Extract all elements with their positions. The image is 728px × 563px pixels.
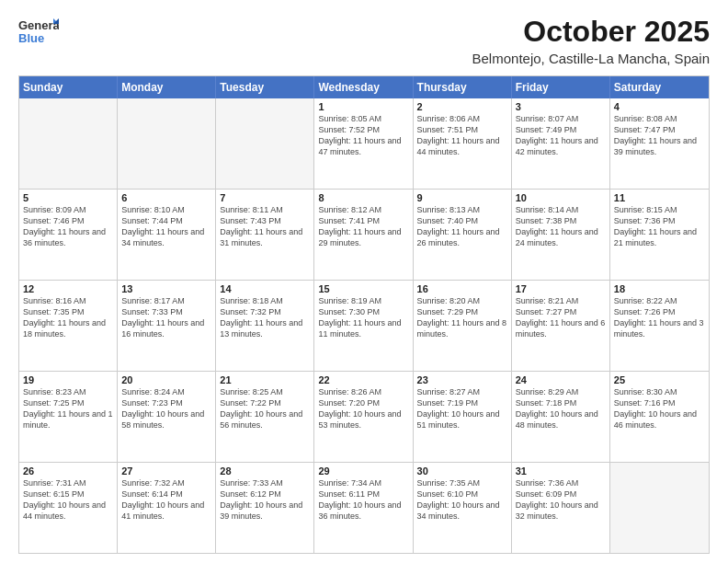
- day-cell: 17Sunrise: 8:21 AM Sunset: 7:27 PM Dayli…: [512, 281, 610, 371]
- day-number: 2: [417, 101, 507, 112]
- day-number: 20: [121, 374, 211, 385]
- day-cell: 26Sunrise: 7:31 AM Sunset: 6:15 PM Dayli…: [19, 463, 118, 553]
- header-tuesday: Tuesday: [216, 76, 314, 98]
- subtitle: Belmontejo, Castille-La Mancha, Spain: [472, 51, 710, 66]
- day-cell: [118, 98, 216, 189]
- day-info: Sunrise: 8:12 AM Sunset: 7:41 PM Dayligh…: [318, 204, 408, 249]
- title-area: October 2025 Belmontejo, Castille-La Man…: [472, 15, 710, 66]
- day-cell: 4Sunrise: 8:08 AM Sunset: 7:47 PM Daylig…: [610, 98, 709, 189]
- day-cell: 28Sunrise: 7:33 AM Sunset: 6:12 PM Dayli…: [216, 463, 314, 553]
- day-info: Sunrise: 7:34 AM Sunset: 6:11 PM Dayligh…: [318, 477, 408, 523]
- day-cell: 9Sunrise: 8:13 AM Sunset: 7:40 PM Daylig…: [414, 190, 512, 280]
- day-number: 5: [23, 192, 113, 203]
- header-monday: Monday: [118, 76, 216, 98]
- day-number: 23: [417, 374, 507, 385]
- day-number: 6: [121, 192, 211, 203]
- day-info: Sunrise: 7:35 AM Sunset: 6:10 PM Dayligh…: [417, 477, 507, 523]
- day-number: 26: [23, 465, 113, 477]
- day-info: Sunrise: 8:08 AM Sunset: 7:47 PM Dayligh…: [614, 113, 705, 158]
- day-info: Sunrise: 8:25 AM Sunset: 7:22 PM Dayligh…: [220, 386, 310, 431]
- day-number: 9: [417, 192, 507, 203]
- day-number: 4: [614, 101, 705, 112]
- day-number: 1: [318, 101, 408, 112]
- day-info: Sunrise: 7:36 AM Sunset: 6:09 PM Dayligh…: [516, 477, 606, 523]
- calendar: Sunday Monday Tuesday Wednesday Thursday…: [18, 75, 710, 554]
- day-number: 29: [318, 465, 408, 477]
- day-cell: 6Sunrise: 8:10 AM Sunset: 7:44 PM Daylig…: [118, 190, 216, 280]
- page: General Blue October 2025 Belmontejo, Ca…: [0, 0, 728, 563]
- day-info: Sunrise: 8:17 AM Sunset: 7:33 PM Dayligh…: [121, 295, 211, 340]
- day-number: 16: [417, 283, 507, 294]
- day-number: 19: [23, 374, 113, 385]
- day-number: 17: [516, 283, 606, 294]
- day-cell: 7Sunrise: 8:11 AM Sunset: 7:43 PM Daylig…: [216, 190, 314, 280]
- day-info: Sunrise: 8:13 AM Sunset: 7:40 PM Dayligh…: [417, 204, 507, 249]
- day-info: Sunrise: 7:32 AM Sunset: 6:14 PM Dayligh…: [121, 477, 211, 523]
- day-info: Sunrise: 8:14 AM Sunset: 7:38 PM Dayligh…: [516, 204, 606, 249]
- day-number: 28: [220, 465, 310, 477]
- day-cell: 27Sunrise: 7:32 AM Sunset: 6:14 PM Dayli…: [118, 463, 216, 553]
- day-number: 13: [121, 283, 211, 294]
- day-cell: 5Sunrise: 8:09 AM Sunset: 7:46 PM Daylig…: [19, 190, 118, 280]
- day-info: Sunrise: 8:18 AM Sunset: 7:32 PM Dayligh…: [220, 295, 310, 340]
- day-info: Sunrise: 8:05 AM Sunset: 7:52 PM Dayligh…: [318, 113, 408, 158]
- day-cell: 8Sunrise: 8:12 AM Sunset: 7:41 PM Daylig…: [314, 190, 413, 280]
- day-info: Sunrise: 8:24 AM Sunset: 7:23 PM Dayligh…: [121, 386, 211, 431]
- day-cell: 10Sunrise: 8:14 AM Sunset: 7:38 PM Dayli…: [512, 190, 610, 280]
- day-number: 21: [220, 374, 310, 385]
- day-cell: 31Sunrise: 7:36 AM Sunset: 6:09 PM Dayli…: [512, 463, 610, 553]
- header-saturday: Saturday: [610, 76, 709, 98]
- day-cell: 18Sunrise: 8:22 AM Sunset: 7:26 PM Dayli…: [610, 281, 709, 371]
- day-cell: 14Sunrise: 8:18 AM Sunset: 7:32 PM Dayli…: [216, 281, 314, 371]
- header-wednesday: Wednesday: [314, 76, 413, 98]
- day-cell: [216, 98, 314, 189]
- day-cell: 23Sunrise: 8:27 AM Sunset: 7:19 PM Dayli…: [414, 372, 512, 462]
- day-number: 24: [516, 374, 606, 385]
- day-cell: 1Sunrise: 8:05 AM Sunset: 7:52 PM Daylig…: [314, 98, 413, 189]
- day-cell: 16Sunrise: 8:20 AM Sunset: 7:29 PM Dayli…: [414, 281, 512, 371]
- day-number: 22: [318, 374, 408, 385]
- day-cell: 12Sunrise: 8:16 AM Sunset: 7:35 PM Dayli…: [19, 281, 118, 371]
- day-cell: 3Sunrise: 8:07 AM Sunset: 7:49 PM Daylig…: [512, 98, 610, 189]
- svg-text:General: General: [18, 18, 59, 32]
- day-cell: 13Sunrise: 8:17 AM Sunset: 7:33 PM Dayli…: [118, 281, 216, 371]
- day-cell: 24Sunrise: 8:29 AM Sunset: 7:18 PM Dayli…: [512, 372, 610, 462]
- week-row: 12Sunrise: 8:16 AM Sunset: 7:35 PM Dayli…: [19, 280, 709, 371]
- day-info: Sunrise: 8:29 AM Sunset: 7:18 PM Dayligh…: [516, 386, 606, 431]
- day-info: Sunrise: 8:22 AM Sunset: 7:26 PM Dayligh…: [614, 295, 705, 340]
- day-info: Sunrise: 8:19 AM Sunset: 7:30 PM Dayligh…: [318, 295, 408, 340]
- day-info: Sunrise: 7:31 AM Sunset: 6:15 PM Dayligh…: [23, 477, 113, 523]
- day-info: Sunrise: 8:16 AM Sunset: 7:35 PM Dayligh…: [23, 295, 113, 340]
- day-number: 31: [516, 465, 606, 477]
- day-number: 15: [318, 283, 408, 294]
- day-number: 30: [417, 465, 507, 477]
- day-info: Sunrise: 8:30 AM Sunset: 7:16 PM Dayligh…: [614, 386, 705, 431]
- day-number: 7: [220, 192, 310, 203]
- week-row: 1Sunrise: 8:05 AM Sunset: 7:52 PM Daylig…: [19, 98, 709, 189]
- day-cell: 20Sunrise: 8:24 AM Sunset: 7:23 PM Dayli…: [118, 372, 216, 462]
- day-cell: 15Sunrise: 8:19 AM Sunset: 7:30 PM Dayli…: [314, 281, 413, 371]
- day-info: Sunrise: 7:33 AM Sunset: 6:12 PM Dayligh…: [220, 477, 310, 523]
- header-thursday: Thursday: [414, 76, 512, 98]
- header: General Blue October 2025 Belmontejo, Ca…: [18, 15, 710, 66]
- day-cell: 29Sunrise: 7:34 AM Sunset: 6:11 PM Dayli…: [314, 463, 413, 553]
- day-info: Sunrise: 8:15 AM Sunset: 7:36 PM Dayligh…: [614, 204, 705, 249]
- day-info: Sunrise: 8:06 AM Sunset: 7:51 PM Dayligh…: [417, 113, 507, 158]
- svg-text:Blue: Blue: [18, 31, 44, 45]
- header-sunday: Sunday: [19, 76, 118, 98]
- day-number: 25: [614, 374, 705, 385]
- day-number: 18: [614, 283, 705, 294]
- day-info: Sunrise: 8:23 AM Sunset: 7:25 PM Dayligh…: [23, 386, 113, 431]
- day-info: Sunrise: 8:20 AM Sunset: 7:29 PM Dayligh…: [417, 295, 507, 340]
- month-title: October 2025: [472, 15, 710, 49]
- day-number: 8: [318, 192, 408, 203]
- day-cell: 19Sunrise: 8:23 AM Sunset: 7:25 PM Dayli…: [19, 372, 118, 462]
- day-cell: 21Sunrise: 8:25 AM Sunset: 7:22 PM Dayli…: [216, 372, 314, 462]
- day-number: 14: [220, 283, 310, 294]
- day-cell: 2Sunrise: 8:06 AM Sunset: 7:51 PM Daylig…: [414, 98, 512, 189]
- day-cell: 22Sunrise: 8:26 AM Sunset: 7:20 PM Dayli…: [314, 372, 413, 462]
- day-info: Sunrise: 8:09 AM Sunset: 7:46 PM Dayligh…: [23, 204, 113, 249]
- day-info: Sunrise: 8:26 AM Sunset: 7:20 PM Dayligh…: [318, 386, 408, 431]
- day-cell: [19, 98, 118, 189]
- day-headers: Sunday Monday Tuesday Wednesday Thursday…: [19, 76, 709, 98]
